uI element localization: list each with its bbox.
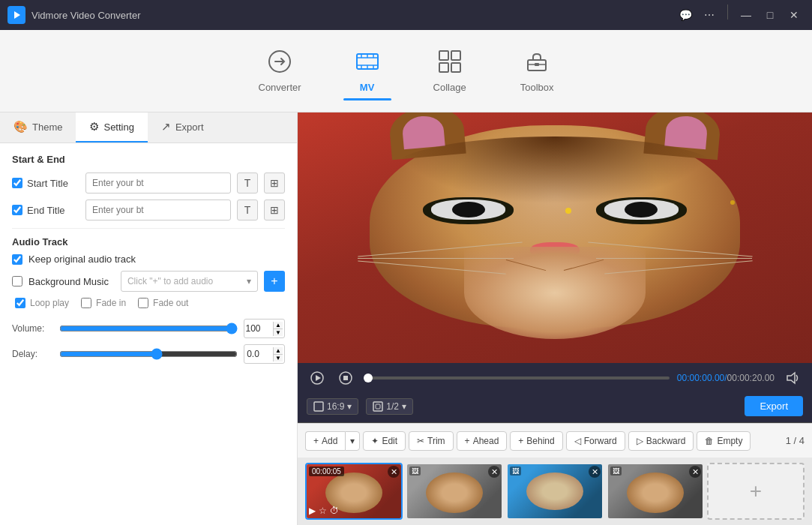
- nav-mv[interactable]: MV: [343, 44, 391, 99]
- svg-rect-13: [343, 376, 348, 380]
- forward-button[interactable]: ◁ Forward: [566, 431, 625, 451]
- nav-bar: Converter MV Co: [0, 30, 812, 112]
- background-music-label: Background Music: [28, 276, 109, 287]
- keep-original-checkbox[interactable]: [12, 254, 22, 265]
- close-button[interactable]: ✕: [784, 4, 805, 26]
- background-music-checkbox[interactable]: [12, 276, 22, 286]
- film-play-icon[interactable]: ▶: [309, 506, 316, 516]
- fade-out-row: Fade out: [138, 298, 188, 308]
- main-layout: 🎨 Theme ⚙ Setting ↗ Export Start & End S…: [0, 112, 812, 525]
- fade-out-checkbox[interactable]: [138, 298, 148, 308]
- volume-slider[interactable]: [59, 322, 238, 334]
- stop-button[interactable]: [335, 368, 356, 388]
- add-dropdown-button[interactable]: ▾: [345, 431, 360, 451]
- nav-converter[interactable]: Converter: [247, 44, 313, 99]
- svg-marker-11: [316, 375, 321, 381]
- delay-slider[interactable]: [59, 348, 238, 360]
- end-title-layout-btn[interactable]: ⊞: [264, 200, 285, 220]
- film-delete-1[interactable]: ✕: [388, 466, 400, 478]
- empty-button[interactable]: 🗑 Empty: [697, 431, 751, 451]
- empty-icon: 🗑: [705, 436, 714, 446]
- right-panel: 00:00:00.00/00:00:20.00 16:9 ▾ 1/2 ▾ Exp…: [298, 112, 812, 525]
- behind-button[interactable]: + Behind: [510, 431, 562, 451]
- backward-label: Backward: [646, 436, 686, 446]
- window-controls: 💬 ⋯ — □ ✕: [675, 4, 805, 26]
- toolbox-icon: [525, 50, 549, 79]
- film-type-icon-2: 🖼: [409, 466, 421, 476]
- volume-input[interactable]: 100: [244, 323, 273, 334]
- film-delete-3[interactable]: ✕: [589, 466, 601, 478]
- delay-input[interactable]: 0.0: [244, 349, 273, 359]
- film-delete-2[interactable]: ✕: [488, 466, 500, 478]
- end-title-input[interactable]: [85, 200, 231, 220]
- export-icon: ↗: [161, 120, 171, 134]
- play-button[interactable]: [307, 368, 328, 388]
- ratio-select[interactable]: 16:9 ▾: [307, 398, 358, 415]
- start-title-row: Start Title T ⊞: [12, 172, 285, 194]
- resolution-select[interactable]: 1/2 ▾: [366, 398, 413, 415]
- chat-button[interactable]: 💬: [675, 4, 696, 26]
- behind-label: Behind: [526, 436, 554, 446]
- progress-bar[interactable]: [364, 376, 670, 380]
- delay-down-btn[interactable]: ▼: [274, 355, 283, 362]
- start-title-font-btn[interactable]: T: [237, 172, 258, 194]
- fade-in-row: Fade in: [81, 298, 126, 308]
- start-title-layout-btn[interactable]: ⊞: [264, 172, 285, 194]
- minimize-button[interactable]: —: [736, 4, 757, 26]
- film-type-icon-3: 🖼: [510, 466, 521, 476]
- tab-export[interactable]: ↗ Export: [148, 112, 217, 142]
- progress-dot: [364, 374, 373, 382]
- fade-in-label: Fade in: [96, 298, 126, 308]
- video-controls: 00:00:00.00/00:00:20.00: [298, 363, 812, 393]
- svg-rect-17: [376, 404, 380, 409]
- add-button[interactable]: + Add: [305, 431, 345, 451]
- resolution-value: 1/2: [386, 401, 399, 412]
- film-delete-4[interactable]: ✕: [689, 466, 701, 478]
- nav-toolbox[interactable]: Toolbox: [508, 44, 566, 99]
- delay-up-btn[interactable]: ▲: [274, 347, 283, 355]
- svg-rect-5: [451, 51, 460, 60]
- film-item-2[interactable]: 🖼 ✕: [406, 463, 503, 520]
- volume-button[interactable]: [782, 368, 803, 388]
- film-add-button[interactable]: +: [707, 463, 805, 520]
- export-button[interactable]: Export: [745, 396, 803, 416]
- audio-dropdown[interactable]: Click "+" to add audio ▾: [121, 271, 258, 292]
- trim-button[interactable]: ✂ Trim: [409, 431, 454, 451]
- film-item-1[interactable]: 00:00:05 ✕ ▶ ☆ ⏱: [305, 463, 403, 520]
- film-star-icon[interactable]: ☆: [319, 506, 327, 516]
- plus-icon: +: [313, 436, 319, 446]
- loop-play-checkbox[interactable]: [15, 298, 25, 308]
- panel-content: Start & End Start Title T ⊞ End Title T: [0, 143, 297, 525]
- film-item-4[interactable]: 🖼 ✕: [607, 463, 704, 520]
- start-title-checkbox[interactable]: [12, 178, 22, 188]
- background-music-row: Background Music Click "+" to add audio …: [12, 271, 285, 292]
- ahead-button[interactable]: + Ahead: [457, 431, 508, 451]
- fade-in-checkbox[interactable]: [81, 298, 91, 308]
- edit-button[interactable]: ✦ Edit: [363, 431, 406, 451]
- forward-icon: ◁: [574, 436, 581, 446]
- end-title-checkbox[interactable]: [12, 205, 22, 215]
- nav-collage[interactable]: Collage: [421, 44, 478, 99]
- menu-button[interactable]: ⋯: [699, 4, 720, 26]
- maximize-button[interactable]: □: [760, 4, 781, 26]
- app-title: Vidmore Video Converter: [31, 10, 675, 21]
- tab-setting-label: Setting: [103, 122, 133, 133]
- volume-up-btn[interactable]: ▲: [274, 322, 283, 329]
- svg-rect-6: [439, 63, 448, 72]
- tab-setting[interactable]: ⚙ Setting: [76, 112, 147, 142]
- edit-label: Edit: [382, 436, 397, 446]
- controls-row2: 16:9 ▾ 1/2 ▾ Export: [298, 393, 812, 423]
- mv-icon: [355, 50, 379, 79]
- end-title-font-btn[interactable]: T: [237, 200, 258, 220]
- tab-theme[interactable]: 🎨 Theme: [0, 112, 76, 142]
- volume-down-btn[interactable]: ▼: [274, 329, 283, 336]
- add-audio-btn[interactable]: +: [264, 271, 285, 292]
- film-clock-icon[interactable]: ⏱: [330, 506, 339, 516]
- film-item-3[interactable]: 🖼 ✕: [506, 463, 604, 520]
- backward-button[interactable]: ▷ Backward: [628, 431, 694, 451]
- start-title-label: Start Title: [12, 178, 79, 189]
- start-title-input[interactable]: [85, 172, 231, 194]
- svg-rect-15: [314, 402, 323, 411]
- end-title-row: End Title T ⊞: [12, 200, 285, 220]
- setting-icon: ⚙: [89, 120, 99, 134]
